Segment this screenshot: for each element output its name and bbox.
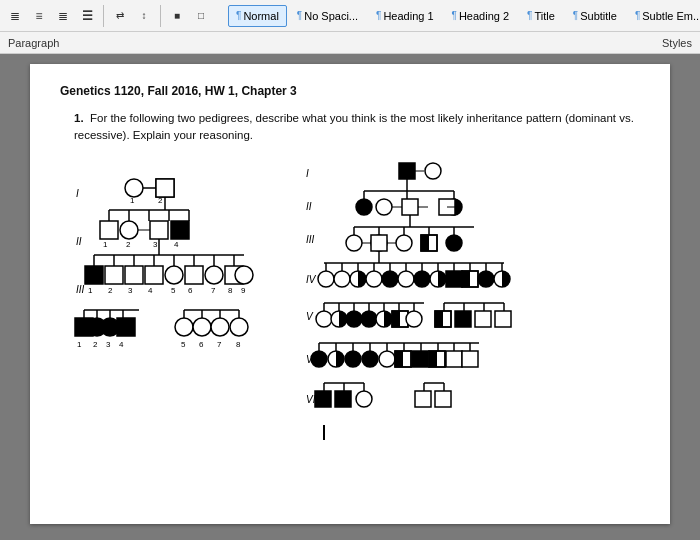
svg-rect-2: [156, 179, 174, 197]
p2-gen7-f3: [356, 391, 372, 407]
p2-gen4-f6: [398, 271, 414, 287]
gen3-m6: [185, 266, 203, 284]
svg-text:7: 7: [211, 286, 216, 295]
svg-text:5: 5: [171, 286, 176, 295]
styles-label: Styles: [662, 37, 692, 49]
svg-rect-95: [435, 311, 443, 327]
gen4-f6: [193, 318, 211, 336]
p2-gen6-m10: [462, 351, 478, 367]
p2-gen-V: V: [306, 311, 314, 322]
p2-gen3-f5-aff: [446, 235, 462, 251]
p2-gen2-f2: [376, 199, 392, 215]
svg-text:6: 6: [188, 286, 193, 295]
gen1-female1: [125, 179, 143, 197]
border-icon[interactable]: □: [190, 5, 212, 27]
question-1: 1. For the following two pedigrees, desc…: [74, 110, 640, 445]
svg-rect-88: [392, 311, 400, 327]
svg-text:3: 3: [153, 240, 158, 249]
p2-gen6-f4-aff: [362, 351, 378, 367]
align-left-icon[interactable]: ≣: [4, 5, 26, 27]
gen3-m1-aff: [85, 266, 103, 284]
p2-gen4-f7-aff: [414, 271, 430, 287]
p2-gen4-f5-aff: [382, 271, 398, 287]
p2-gen6-m9: [446, 351, 462, 367]
svg-text:3: 3: [128, 286, 133, 295]
svg-text:6: 6: [199, 340, 204, 349]
separator2: [160, 5, 161, 27]
style-no-spacing[interactable]: ¶No Spaci...: [289, 5, 366, 27]
style-heading1[interactable]: ¶Heading 1: [368, 5, 442, 27]
style-normal[interactable]: ¶Normal: [228, 5, 287, 27]
p2-gen4-f4: [366, 271, 382, 287]
gen2-male3: [150, 221, 168, 239]
document-page: Genetics 1120, Fall 2016, HW 1, Chapter …: [30, 64, 670, 524]
shading-icon[interactable]: ■: [166, 5, 188, 27]
question-text: 1. For the following two pedigrees, desc…: [74, 110, 640, 145]
svg-text:7: 7: [217, 340, 222, 349]
p2-gen4-f11-aff: [478, 271, 494, 287]
gen4-f7: [211, 318, 229, 336]
p2-gen5-7: [406, 311, 422, 327]
p2-gen-IV: IV: [306, 274, 317, 285]
svg-text:2: 2: [126, 240, 131, 249]
p2-gen5-m10: [475, 311, 491, 327]
p2-gen3-m-mate: [371, 235, 387, 251]
svg-text:1: 1: [88, 286, 93, 295]
align-justify-icon[interactable]: ☰: [76, 5, 98, 27]
gen2-male1: [100, 221, 118, 239]
gen4-f8: [230, 318, 248, 336]
align-right-icon[interactable]: ≣: [52, 5, 74, 27]
gen3-f5: [165, 266, 183, 284]
p2-gen4-f2: [334, 271, 350, 287]
p2-gen4-m9-aff: [446, 271, 462, 287]
svg-text:3: 3: [106, 340, 111, 349]
svg-text:4: 4: [148, 286, 153, 295]
paragraph-label: Paragraph: [8, 37, 59, 49]
gen3-m3: [125, 266, 143, 284]
paragraph-row: Paragraph Styles: [0, 32, 700, 54]
gen3-m2: [105, 266, 123, 284]
doc-title: Genetics 1120, Fall 2016, HW 1, Chapter …: [60, 82, 640, 100]
svg-text:1: 1: [130, 196, 135, 205]
p2-gen2-m3: [402, 199, 418, 215]
p2-gen5-m9-aff: [455, 311, 471, 327]
svg-text:9: 9: [241, 286, 246, 295]
p2-gen1-female: [425, 163, 441, 179]
svg-text:4: 4: [119, 340, 124, 349]
align-center-icon[interactable]: ≡: [28, 5, 50, 27]
style-subtitle[interactable]: ¶Subtitle: [565, 5, 625, 27]
p2-gen1-male: [399, 163, 415, 179]
svg-rect-108: [395, 351, 403, 367]
list-indent-icon[interactable]: ⇄: [109, 5, 131, 27]
p2-gen6-m7-aff: [412, 351, 428, 367]
svg-text:4: 4: [174, 240, 179, 249]
svg-text:1: 1: [103, 240, 108, 249]
document-area: Genetics 1120, Fall 2016, HW 1, Chapter …: [0, 54, 700, 540]
gen3-m4: [145, 266, 163, 284]
style-subtle-em[interactable]: ¶Subtle Em...: [627, 5, 700, 27]
gen2-male4-affected: [171, 221, 189, 239]
toolbar: ≣ ≡ ≣ ☰ ⇄ ↕ ■ □ ¶Normal ¶No Spaci... ¶He…: [0, 0, 700, 32]
style-heading2[interactable]: ¶Heading 2: [444, 5, 518, 27]
gen2-female2: [120, 221, 138, 239]
p2-gen7-m2-aff: [335, 391, 351, 407]
gen3-f7: [205, 266, 223, 284]
svg-text:2: 2: [108, 286, 113, 295]
alignment-icons: ≣ ≡ ≣ ☰ ⇄ ↕ ■ □: [4, 5, 212, 27]
p2-gen5-1: [316, 311, 332, 327]
p2-gen6-f3-aff: [345, 351, 361, 367]
p2-gen5-m11: [495, 311, 511, 327]
svg-text:5: 5: [181, 340, 186, 349]
pedigree-1: I II III IV 1 2: [74, 155, 274, 445]
p2-gen7-m1-aff: [315, 391, 331, 407]
p2-gen2-f1-aff: [356, 199, 372, 215]
pedigree-2: I II: [304, 155, 524, 445]
svg-text:2: 2: [93, 340, 98, 349]
sort-icon[interactable]: ↕: [133, 5, 155, 27]
svg-rect-78: [462, 271, 470, 287]
svg-text:1: 1: [77, 340, 82, 349]
p2-gen6-f5: [379, 351, 395, 367]
style-title[interactable]: ¶Title: [519, 5, 563, 27]
pedigree-svg-2: I II: [304, 155, 524, 445]
pedigree-svg-1: I II III IV 1 2: [74, 155, 274, 365]
